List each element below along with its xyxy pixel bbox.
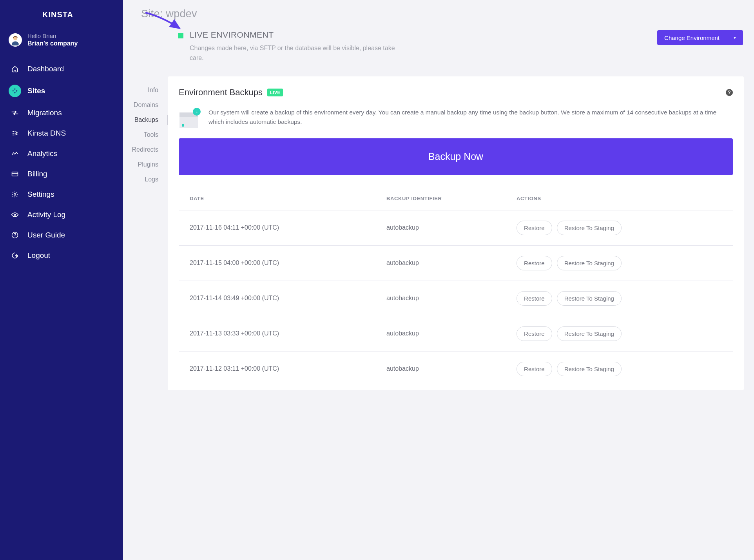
sites-icon	[9, 85, 21, 97]
logout-icon	[10, 251, 20, 260]
restore-button[interactable]: Restore	[517, 291, 552, 306]
cell-identifier: autobackup	[375, 210, 506, 245]
avatar	[9, 33, 22, 47]
restore-button[interactable]: Restore	[517, 362, 552, 376]
restore-staging-button[interactable]: Restore To Staging	[557, 221, 622, 235]
primary-nav: Dashboard Sites Migrations Kinsta DNS An…	[0, 59, 123, 266]
kinsta-logo-icon: KINSTA	[42, 10, 80, 20]
cell-identifier: autobackup	[375, 281, 506, 316]
env-status-indicator	[178, 33, 183, 38]
cell-actions: RestoreRestore To Staging	[506, 351, 733, 386]
cell-date: 2017-11-12 03:11 +00:00 (UTC)	[179, 351, 375, 386]
company-name: Brian's company	[27, 40, 78, 47]
table-row: 2017-11-15 04:00 +00:00 (UTC)autobackupR…	[179, 245, 733, 281]
svg-text:KINSTA: KINSTA	[42, 10, 73, 19]
subnav-info[interactable]: Info	[123, 83, 168, 98]
backup-now-label: Backup Now	[428, 151, 483, 162]
nav-label: Settings	[27, 190, 54, 199]
restore-staging-button[interactable]: Restore To Staging	[557, 326, 622, 341]
nav-label: Migrations	[27, 109, 62, 117]
cell-actions: RestoreRestore To Staging	[506, 210, 733, 245]
nav-migrations[interactable]: Migrations	[0, 103, 123, 123]
analytics-icon	[10, 149, 20, 158]
migrations-icon	[10, 108, 20, 118]
cell-date: 2017-11-16 04:11 +00:00 (UTC)	[179, 210, 375, 245]
table-row: 2017-11-16 04:11 +00:00 (UTC)autobackupR…	[179, 210, 733, 245]
nav-label: Sites	[27, 87, 45, 95]
cell-date: 2017-11-14 03:49 +00:00 (UTC)	[179, 281, 375, 316]
cell-identifier: autobackup	[375, 245, 506, 281]
table-row: 2017-11-13 03:33 +00:00 (UTC)autobackupR…	[179, 316, 733, 351]
subnav-logs[interactable]: Logs	[123, 172, 168, 187]
account-block[interactable]: Hello Brian Brian's company	[0, 23, 123, 56]
dns-icon	[10, 129, 20, 138]
nav-billing[interactable]: Billing	[0, 164, 123, 184]
nav-label: Logout	[27, 251, 50, 260]
nav-analytics[interactable]: Analytics	[0, 143, 123, 164]
nav-label: Activity Log	[27, 210, 65, 219]
panel-description: Our system will create a backup of this …	[208, 108, 733, 127]
nav-guide[interactable]: User Guide	[0, 225, 123, 245]
subnav-plugins[interactable]: Plugins	[123, 157, 168, 172]
live-badge: LIVE	[267, 89, 283, 96]
restore-staging-button[interactable]: Restore To Staging	[557, 256, 622, 270]
table-row: 2017-11-14 03:49 +00:00 (UTC)autobackupR…	[179, 281, 733, 316]
brand-logo: KINSTA	[0, 3, 123, 23]
table-row: 2017-11-12 03:11 +00:00 (UTC)autobackupR…	[179, 351, 733, 386]
cell-actions: RestoreRestore To Staging	[506, 316, 733, 351]
svg-point-2	[12, 41, 19, 45]
env-description: Changes made here, via SFTP or the datab…	[190, 43, 409, 63]
restore-button[interactable]: Restore	[517, 221, 552, 235]
eye-icon	[10, 210, 20, 219]
subnav-backups[interactable]: Backups	[123, 112, 168, 127]
restore-button[interactable]: Restore	[517, 326, 552, 341]
cell-date: 2017-11-15 04:00 +00:00 (UTC)	[179, 245, 375, 281]
col-identifier: BACKUP IDENTIFIER	[375, 191, 506, 210]
backup-illustration-icon: ↓	[179, 108, 201, 128]
change-environment-label: Change Environment	[664, 34, 720, 41]
nav-dns[interactable]: Kinsta DNS	[0, 123, 123, 143]
subnav-redirects[interactable]: Redirects	[123, 142, 168, 157]
cell-actions: RestoreRestore To Staging	[506, 281, 733, 316]
nav-activity[interactable]: Activity Log	[0, 205, 123, 225]
backup-now-button[interactable]: Backup Now	[179, 138, 733, 175]
restore-button[interactable]: Restore	[517, 256, 552, 270]
panel-title: Environment Backups	[179, 87, 263, 98]
subnav-tools[interactable]: Tools	[123, 127, 168, 142]
col-date: DATE	[179, 191, 375, 210]
sidebar: KINSTA Hello Brian Brian's company Dashb…	[0, 0, 123, 560]
environment-bar: LIVE ENVIRONMENT Changes made here, via …	[123, 30, 749, 76]
home-icon	[10, 64, 20, 74]
nav-label: User Guide	[27, 231, 65, 239]
cell-identifier: autobackup	[375, 351, 506, 386]
cell-date: 2017-11-13 03:33 +00:00 (UTC)	[179, 316, 375, 351]
cell-identifier: autobackup	[375, 316, 506, 351]
chevron-down-icon: ▾	[734, 35, 736, 40]
restore-staging-button[interactable]: Restore To Staging	[557, 291, 622, 306]
nav-sites[interactable]: Sites	[0, 79, 123, 103]
help-icon[interactable]: ?	[726, 89, 733, 96]
gear-icon	[10, 190, 20, 199]
svg-point-5	[14, 214, 15, 215]
backups-panel: Environment Backups LIVE ? ↓ Our system …	[168, 76, 744, 390]
backups-table: DATE BACKUP IDENTIFIER ACTIONS 2017-11-1…	[179, 191, 733, 386]
nav-dashboard[interactable]: Dashboard	[0, 59, 123, 79]
change-environment-button[interactable]: Change Environment ▾	[657, 30, 743, 45]
nav-label: Dashboard	[27, 65, 64, 73]
help-icon	[10, 230, 20, 240]
billing-icon	[10, 169, 20, 179]
nav-label: Kinsta DNS	[27, 129, 66, 138]
page-title: Site: wpdev	[123, 0, 754, 30]
main-content: Site: wpdev LIVE ENVIRONMENT Changes mad…	[123, 0, 754, 560]
restore-staging-button[interactable]: Restore To Staging	[557, 362, 622, 376]
cell-actions: RestoreRestore To Staging	[506, 245, 733, 281]
site-subnav: Info Domains Backups Tools Redirects Plu…	[123, 76, 168, 187]
svg-point-4	[14, 194, 16, 196]
nav-settings[interactable]: Settings	[0, 184, 123, 205]
col-actions: ACTIONS	[506, 191, 733, 210]
env-title: LIVE ENVIRONMENT	[190, 30, 409, 40]
nav-logout[interactable]: Logout	[0, 245, 123, 266]
greeting: Hello Brian	[27, 33, 78, 39]
subnav-domains[interactable]: Domains	[123, 98, 168, 112]
svg-rect-3	[12, 172, 18, 176]
